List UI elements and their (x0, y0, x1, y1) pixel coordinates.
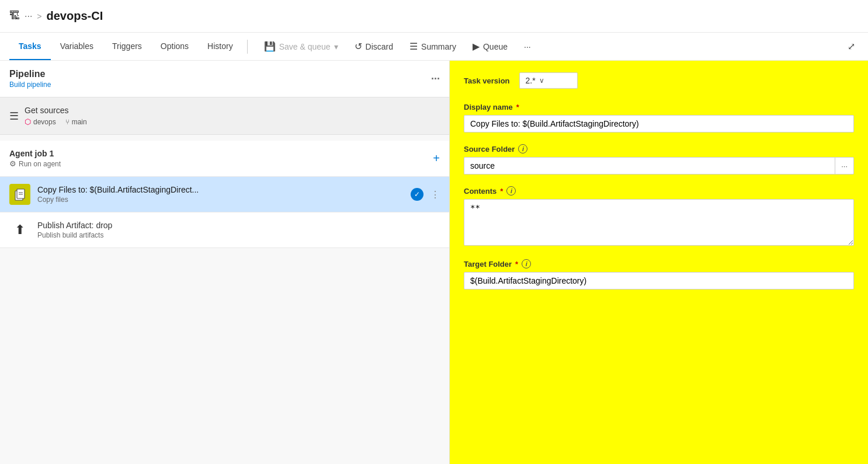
branch-icon: ⑂ (65, 118, 70, 126)
pipeline-subtitle[interactable]: Build pipeline (9, 81, 51, 89)
target-folder-field: Target Folder * i (464, 259, 854, 289)
page-title: devops-CI (47, 9, 103, 23)
copy-files-sub: Copy files (37, 196, 404, 204)
get-sources-meta: ⬡ devops ⑂ main (25, 117, 87, 126)
agent-job-section: Agent job 1 ⚙ Run on agent + (0, 141, 449, 248)
task-version-row: Task version 2.* ∨ (464, 72, 854, 89)
main-content: Pipeline Build pipeline ··· ☰ Get source… (0, 61, 868, 464)
tab-tasks[interactable]: Tasks (9, 33, 51, 60)
copy-files-name: Copy Files to: $(Build.ArtifactStagingDi… (37, 185, 404, 194)
contents-required: * (500, 187, 503, 196)
save-queue-button[interactable]: 💾 Save & queue ▾ (257, 37, 345, 55)
version-chevron-icon: ∨ (539, 76, 544, 85)
get-sources-info: Get sources ⬡ devops ⑂ main (25, 106, 87, 126)
save-icon: 💾 (264, 41, 276, 52)
task-version-label: Task version (464, 76, 510, 85)
queue-button[interactable]: ▶ Queue (466, 37, 515, 55)
display-name-label: Display name * (464, 103, 854, 111)
save-queue-chevron-icon: ▾ (334, 42, 338, 51)
copy-files-icon (9, 184, 30, 205)
toolbar-group: 💾 Save & queue ▾ ↺ Discard ☰ Summary ▶ Q… (257, 37, 538, 55)
get-sources-icon: ☰ (9, 110, 19, 123)
agent-job-header: Agent job 1 ⚙ Run on agent + (0, 141, 449, 177)
discard-icon: ↺ (355, 41, 362, 52)
breadcrumb-bar: 🏗 ··· > devops-CI (0, 0, 868, 33)
target-folder-required: * (515, 260, 518, 268)
tab-history[interactable]: History (198, 33, 242, 60)
breadcrumb-more-button[interactable]: ··· (25, 11, 32, 22)
display-name-field: Display name * (464, 103, 854, 132)
toolbar-more-button[interactable]: ··· (517, 39, 538, 55)
pipeline-info: Pipeline Build pipeline (9, 69, 51, 89)
contents-field: Contents * i ** (464, 186, 854, 247)
target-folder-input[interactable] (464, 272, 854, 289)
contents-info-icon[interactable]: i (506, 186, 516, 196)
devops-icon: 🏗 (9, 10, 20, 22)
pipeline-section: Pipeline Build pipeline ··· (0, 61, 449, 97)
branch-meta: ⑂ main (65, 117, 87, 126)
repo-meta: ⬡ devops (25, 117, 56, 126)
agent-job-sub: ⚙ Run on agent (9, 159, 61, 168)
source-folder-more-button[interactable]: ··· (835, 157, 854, 175)
repo-icon: ⬡ (25, 117, 31, 126)
publish-artifact-sub: Publish build artifacts (37, 231, 440, 239)
task-item-publish-artifact[interactable]: ⬆ Publish Artifact: drop Publish build a… (0, 212, 449, 248)
expand-button[interactable]: ⤢ (844, 37, 859, 55)
svg-rect-1 (17, 189, 25, 198)
pipeline-more-button[interactable]: ··· (431, 73, 440, 85)
drag-handle-icon: ⋮ (430, 189, 440, 200)
right-panel: Task version 2.* ∨ Display name * Source… (450, 61, 868, 464)
tab-divider (247, 40, 248, 54)
left-panel: Pipeline Build pipeline ··· ☰ Get source… (0, 61, 450, 464)
task-version-select[interactable]: 2.* ∨ (519, 72, 578, 89)
publish-artifact-name: Publish Artifact: drop (37, 221, 440, 230)
tab-options[interactable]: Options (151, 33, 198, 60)
source-folder-label: Source Folder i (464, 144, 854, 153)
source-folder-input[interactable] (464, 157, 835, 175)
source-folder-info-icon[interactable]: i (518, 144, 527, 153)
tab-bar: Tasks Variables Triggers Options History… (0, 33, 868, 61)
target-folder-info-icon[interactable]: i (522, 259, 531, 268)
contents-textarea[interactable]: ** (464, 199, 854, 246)
contents-label: Contents * i (464, 186, 854, 196)
breadcrumb-separator: > (37, 12, 41, 21)
display-name-input[interactable] (464, 115, 854, 132)
get-sources-title: Get sources (25, 106, 87, 115)
source-folder-input-group: ··· (464, 157, 854, 175)
version-value: 2.* (526, 76, 536, 85)
tab-variables[interactable]: Variables (51, 33, 103, 60)
add-task-button[interactable]: + (433, 152, 440, 165)
task-item-copy-files[interactable]: Copy Files to: $(Build.ArtifactStagingDi… (0, 177, 449, 212)
display-name-required: * (516, 103, 519, 111)
pipeline-title: Pipeline (9, 69, 51, 79)
source-folder-field: Source Folder i ··· (464, 144, 854, 175)
copy-files-check-icon: ✓ (411, 188, 423, 201)
discard-button[interactable]: ↺ Discard (348, 37, 400, 55)
publish-artifact-body: Publish Artifact: drop Publish build art… (37, 221, 440, 239)
summary-icon: ☰ (409, 41, 418, 52)
agent-icon: ⚙ (9, 159, 16, 168)
copy-files-body: Copy Files to: $(Build.ArtifactStagingDi… (37, 185, 404, 204)
publish-artifact-icon: ⬆ (9, 219, 30, 240)
summary-button[interactable]: ☰ Summary (402, 37, 463, 55)
get-sources-section[interactable]: ☰ Get sources ⬡ devops ⑂ main (0, 97, 449, 135)
tab-group: Tasks Variables Triggers Options History (9, 33, 242, 60)
agent-job-info: Agent job 1 ⚙ Run on agent (9, 149, 61, 168)
queue-play-icon: ▶ (473, 41, 480, 52)
agent-job-title: Agent job 1 (9, 149, 61, 158)
tab-triggers[interactable]: Triggers (103, 33, 151, 60)
target-folder-label: Target Folder * i (464, 259, 854, 268)
